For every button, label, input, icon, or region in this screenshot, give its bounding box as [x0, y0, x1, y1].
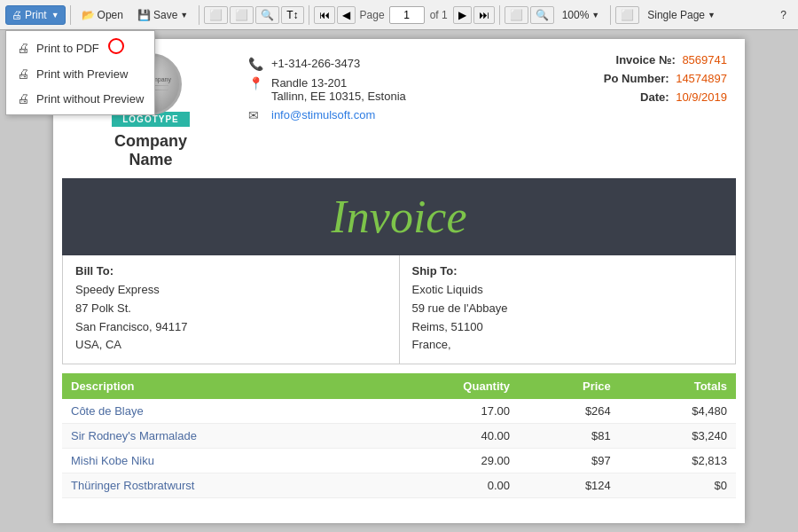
print-preview-icon: 🖨 — [17, 66, 29, 81]
separator-5 — [610, 5, 611, 25]
page-input[interactable] — [389, 6, 425, 24]
zoom-search-button[interactable]: 🔍 — [530, 6, 554, 24]
invoice-banner: Invoice — [62, 178, 736, 255]
separator-2 — [199, 5, 200, 25]
bill-to-address2: San Francisco, 94117 — [75, 318, 387, 337]
bill-to-address3: USA, CA — [75, 336, 387, 355]
contact-info: 📞 +1-314-266-3473 📍 Randle 13-201 Tallin… — [231, 53, 567, 131]
separator-3 — [309, 5, 309, 25]
company-name: Company Name — [114, 132, 187, 169]
cell-quantity-3: 0.00 — [377, 473, 519, 498]
table-header-row: Description Quantity Price Totals — [62, 373, 736, 399]
company-name-line1: Company — [114, 132, 187, 150]
print-no-preview-item[interactable]: 🖨 Print without Preview — [6, 86, 154, 111]
open-button[interactable]: 📂 Open — [75, 5, 129, 25]
cell-total-0: $4,480 — [620, 399, 736, 424]
print-button[interactable]: 🖨 Print ▼ — [5, 5, 66, 25]
cell-total-2: $2,813 — [620, 449, 736, 473]
bill-ship-section: Bill To: Speedy Express 87 Polk St. San … — [62, 255, 736, 364]
bill-to-label: Bill To: — [75, 264, 387, 278]
col-price: Price — [519, 373, 620, 399]
phone-number: +1-314-266-3473 — [271, 57, 360, 70]
email-icon: ✉ — [248, 108, 264, 122]
print-preview-item[interactable]: 🖨 Print with Preview — [6, 61, 154, 86]
col-description: Description — [62, 373, 377, 399]
table-row: Côte de Blaye 17.00 $264 $4,480 — [62, 399, 736, 424]
invoice-meta: Invoice №: 8569741 Po Number: 14574897 D… — [567, 53, 727, 109]
items-table: Description Quantity Price Totals Côte d… — [62, 373, 736, 498]
po-label: Po Number: — [604, 72, 669, 85]
last-page-button[interactable]: ⏭ — [473, 6, 495, 24]
help-button[interactable]: ? — [774, 5, 793, 25]
bill-to-name: Speedy Express — [75, 281, 387, 300]
invoice-number: 8569741 — [682, 53, 727, 66]
phone-row: 📞 +1-314-266-3473 — [248, 57, 550, 71]
col-quantity: Quantity — [377, 373, 519, 399]
invoice-label: Invoice №: — [616, 53, 676, 66]
cell-description-1: Sir Rodney's Marmalade — [62, 424, 377, 449]
cell-quantity-0: 17.00 — [377, 399, 519, 424]
table-body: Côte de Blaye 17.00 $264 $4,480 Sir Rodn… — [62, 399, 736, 498]
print-icon: 🖨 — [12, 9, 22, 21]
ship-to-label: Ship To: — [412, 264, 724, 278]
table-row: Sir Rodney's Marmalade 40.00 $81 $3,240 — [62, 424, 736, 449]
first-page-button[interactable]: ⏮ — [314, 6, 335, 24]
toolbar-icon-3[interactable]: 🔍 — [255, 6, 279, 24]
company-name-line2: Name — [129, 151, 172, 168]
date-value: 10/9/2019 — [676, 90, 727, 104]
address-line2: Tallinn, EE 10315, Estonia — [271, 90, 406, 103]
print-preview-label: Print with Preview — [36, 67, 128, 81]
toolbar: 🖨 Print ▼ 🖨 Print to PDF 🖨 Print with Pr… — [0, 0, 798, 30]
zoom-label: 100% — [562, 9, 590, 21]
zoom-arrow[interactable]: ▼ — [591, 11, 599, 20]
circle-indicator — [108, 38, 124, 54]
zoom-box-button[interactable]: ⬜ — [505, 6, 528, 24]
cell-price-2: $97 — [519, 449, 620, 473]
print-pdf-icon: 🖨 — [17, 41, 29, 55]
zoom-button[interactable]: 100% ▼ — [556, 5, 606, 25]
document: Your Company LOGOTYPE Company Name 📞 +1-… — [53, 39, 745, 523]
print-no-preview-label: Print without Preview — [36, 92, 144, 106]
address-line1: Randle 13-201 — [271, 76, 406, 90]
bill-to-column: Bill To: Speedy Express 87 Polk St. San … — [63, 255, 400, 364]
save-arrow[interactable]: ▼ — [180, 11, 188, 20]
separator-1 — [70, 5, 71, 25]
toolbar-icon-4[interactable]: T↕ — [281, 6, 303, 24]
location-icon: 📍 — [248, 76, 264, 90]
table-row: Mishi Kobe Niku 29.00 $97 $2,813 — [62, 449, 736, 473]
ship-to-address3: France, — [412, 336, 724, 355]
address-block: Randle 13-201 Tallinn, EE 10315, Estonia — [271, 76, 406, 103]
po-number: 14574897 — [676, 72, 727, 85]
phone-icon: 📞 — [248, 57, 264, 71]
view-label: Single Page — [647, 9, 705, 21]
print-no-preview-icon: 🖨 — [17, 91, 29, 106]
separator-4 — [499, 5, 500, 25]
toolbar-icon-1[interactable]: ⬜ — [204, 6, 228, 24]
view-icon-button[interactable]: ⬜ — [615, 6, 639, 24]
print-pdf-label: Print to PDF — [36, 42, 99, 55]
bill-to-address1: 87 Polk St. — [75, 300, 387, 318]
print-pdf-item[interactable]: 🖨 Print to PDF — [6, 35, 154, 61]
open-label: Open — [98, 9, 123, 21]
view-arrow[interactable]: ▼ — [708, 11, 716, 20]
view-button[interactable]: Single Page ▼ — [641, 5, 722, 25]
help-label: ? — [780, 9, 786, 21]
page-of-label: of 1 — [430, 9, 448, 21]
save-button[interactable]: 💾 Save ▼ — [131, 5, 194, 25]
next-page-button[interactable]: ▶ — [453, 6, 472, 24]
email-row: ✉ info@stimulsoft.com — [248, 108, 550, 122]
cell-quantity-1: 40.00 — [377, 424, 519, 449]
save-label: Save — [153, 9, 177, 21]
ship-to-address1: 59 rue de l'Abbaye — [412, 300, 724, 318]
invoice-title: Invoice — [331, 192, 466, 242]
toolbar-icon-2[interactable]: ⬜ — [230, 6, 254, 24]
address-row: 📍 Randle 13-201 Tallinn, EE 10315, Eston… — [248, 76, 550, 103]
cell-total-1: $3,240 — [620, 424, 736, 449]
ship-to-address2: Reims, 51100 — [412, 318, 724, 337]
prev-page-button[interactable]: ◀ — [337, 6, 356, 24]
open-icon: 📂 — [82, 9, 95, 21]
doc-header: Your Company LOGOTYPE Company Name 📞 +1-… — [53, 39, 745, 178]
print-dropdown-arrow[interactable]: ▼ — [51, 11, 59, 20]
ship-to-name: Exotic Liquids — [412, 281, 724, 300]
save-icon: 💾 — [137, 9, 151, 21]
